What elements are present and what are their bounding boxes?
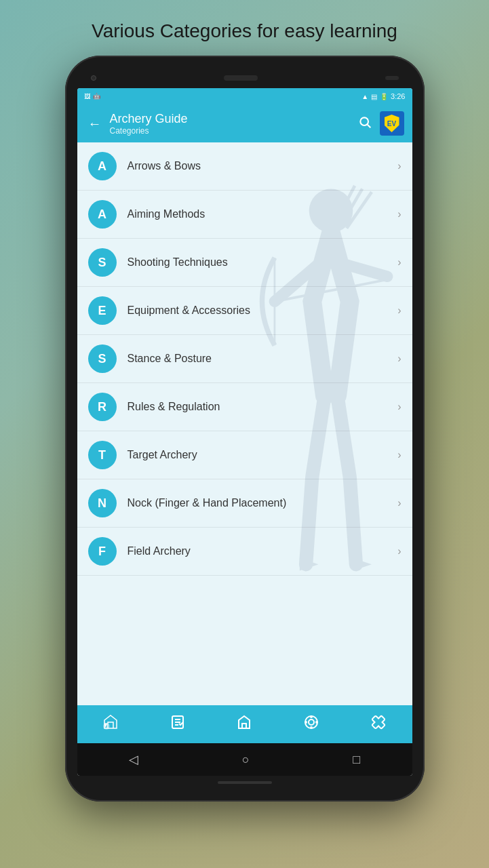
page-heading: Various Categories for easy learning bbox=[64, 0, 425, 56]
category-label-field: Field Archery bbox=[128, 545, 398, 557]
nav-recent-button[interactable]: □ bbox=[353, 753, 360, 767]
time-display: 3:26 bbox=[391, 92, 405, 100]
photo-icon: 🖼 bbox=[84, 93, 90, 100]
list-item[interactable]: S Shooting Techniques › bbox=[77, 239, 412, 287]
search-button[interactable] bbox=[355, 113, 374, 135]
svg-point-19 bbox=[316, 722, 317, 723]
app-bar-title: Archery Guide Categories bbox=[110, 112, 355, 136]
status-right: ▲ ▤ 🔋 3:26 bbox=[361, 92, 405, 100]
list-item[interactable]: F Field Archery › bbox=[77, 528, 412, 576]
android-icon: 🤖 bbox=[93, 93, 100, 100]
category-avatar-N: N bbox=[88, 489, 117, 517]
nav-item-notes[interactable] bbox=[161, 708, 194, 741]
svg-point-14 bbox=[309, 719, 314, 725]
home-indicator bbox=[218, 781, 272, 784]
sensor bbox=[385, 76, 399, 80]
phone-frame: 🖼 🤖 ▲ ▤ 🔋 3:26 ← Archery Guide Categorie… bbox=[65, 56, 425, 802]
category-label-shooting: Shooting Techniques bbox=[128, 256, 398, 269]
list-item[interactable]: T Target Archery › bbox=[77, 431, 412, 479]
back-button[interactable]: ← bbox=[85, 113, 104, 134]
status-bar: 🖼 🤖 ▲ ▤ 🔋 3:26 bbox=[77, 88, 412, 104]
chevron-right-icon: › bbox=[397, 256, 401, 269]
category-avatar-E: E bbox=[88, 296, 117, 325]
nav-home-button[interactable]: ○ bbox=[242, 753, 250, 767]
category-label-stance: Stance & Posture bbox=[128, 353, 398, 365]
chevron-right-icon: › bbox=[397, 304, 401, 317]
bottom-nav bbox=[77, 705, 412, 743]
category-label-rules: Rules & Regulation bbox=[128, 401, 398, 413]
phone-bottom-bar bbox=[77, 776, 412, 789]
logo-button[interactable]: EV bbox=[380, 111, 404, 136]
category-label-aiming: Aiming Methods bbox=[128, 208, 398, 220]
wifi-icon: ▲ bbox=[361, 93, 368, 100]
svg-line-1 bbox=[367, 124, 370, 127]
nav-item-home[interactable] bbox=[94, 708, 127, 741]
category-label-equipment: Equipment & Accessories bbox=[128, 304, 398, 317]
list-item[interactable]: A Aiming Methods › bbox=[77, 191, 412, 239]
quiz-nav-icon bbox=[303, 714, 319, 734]
list-item[interactable]: A Arrows & Bows › bbox=[77, 142, 412, 191]
svg-point-18 bbox=[305, 722, 307, 723]
home-nav-icon bbox=[102, 714, 119, 734]
category-label-target: Target Archery bbox=[128, 449, 398, 461]
app-bar-actions: EV bbox=[355, 111, 404, 136]
svg-point-17 bbox=[311, 727, 312, 728]
category-label-nock: Nock (Finger & Hand Placement) bbox=[128, 497, 398, 509]
notes-nav-icon bbox=[170, 714, 186, 734]
list-item[interactable]: N Nock (Finger & Hand Placement) › bbox=[77, 479, 412, 528]
svg-point-0 bbox=[360, 117, 368, 125]
category-avatar-R: R bbox=[88, 393, 117, 421]
chevron-right-icon: › bbox=[397, 449, 401, 461]
list-item[interactable]: S Stance & Posture › bbox=[77, 335, 412, 383]
chevron-right-icon: › bbox=[397, 497, 401, 509]
category-avatar-T: T bbox=[88, 441, 117, 469]
category-avatar-S1: S bbox=[88, 248, 117, 277]
svg-rect-13 bbox=[242, 724, 246, 728]
nav-back-button[interactable]: ◁ bbox=[129, 752, 138, 767]
list-item[interactable]: R Rules & Regulation › bbox=[77, 383, 412, 431]
categories-nav-icon bbox=[236, 714, 252, 734]
content-area: A Arrows & Bows › A Aiming Methods › S S… bbox=[77, 142, 412, 705]
signal-icon: ▤ bbox=[371, 93, 377, 100]
category-avatar-A1: A bbox=[88, 152, 117, 180]
category-avatar-F: F bbox=[88, 537, 117, 566]
chevron-right-icon: › bbox=[397, 160, 401, 172]
shield-logo: EV bbox=[385, 115, 399, 132]
app-title: Archery Guide bbox=[110, 112, 355, 126]
battery-icon: 🔋 bbox=[380, 93, 388, 100]
list-item[interactable]: E Equipment & Accessories › bbox=[77, 287, 412, 335]
phone-screen: 🖼 🤖 ▲ ▤ 🔋 3:26 ← Archery Guide Categorie… bbox=[77, 88, 412, 776]
puzzle-nav-icon bbox=[370, 714, 387, 734]
nav-item-categories[interactable] bbox=[228, 708, 260, 741]
category-avatar-A2: A bbox=[88, 200, 117, 229]
app-subtitle: Categories bbox=[110, 126, 355, 136]
category-list: A Arrows & Bows › A Aiming Methods › S S… bbox=[77, 142, 412, 576]
android-nav-bar: ◁ ○ □ bbox=[77, 743, 412, 776]
chevron-right-icon: › bbox=[397, 401, 401, 413]
camera-lens bbox=[91, 75, 96, 81]
svg-point-16 bbox=[311, 716, 312, 717]
category-label-arrows: Arrows & Bows bbox=[128, 160, 398, 172]
category-avatar-S2: S bbox=[88, 344, 117, 373]
chevron-right-icon: › bbox=[397, 208, 401, 220]
app-bar: ← Archery Guide Categories EV bbox=[77, 104, 412, 142]
status-left: 🖼 🤖 bbox=[84, 93, 100, 100]
speaker-grille bbox=[224, 75, 258, 81]
phone-top-bar bbox=[77, 68, 412, 88]
nav-item-quiz[interactable] bbox=[295, 708, 328, 741]
chevron-right-icon: › bbox=[397, 545, 401, 557]
chevron-right-icon: › bbox=[397, 353, 401, 365]
nav-item-more[interactable] bbox=[362, 708, 395, 741]
